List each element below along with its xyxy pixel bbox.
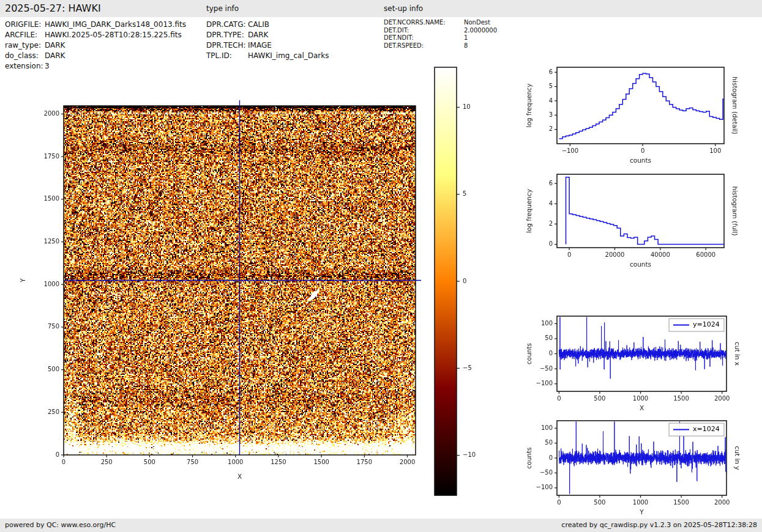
meta-value: 8 — [464, 42, 468, 50]
meta-value: IMAGE — [248, 40, 272, 51]
meta-label: ARCFILE: — [5, 30, 45, 40]
qc-report-page: 2025-05-27: HAWKI type info set-up info … — [0, 0, 762, 532]
meta-value: NonDest — [464, 19, 490, 27]
meta-row: raw_type:DARK — [5, 40, 186, 51]
meta-label: DET.DIT: — [384, 27, 464, 35]
meta-value: 3 — [45, 61, 50, 72]
header-bar — [0, 0, 762, 17]
meta-value: HAWKI_img_cal_Darks — [248, 51, 329, 61]
meta-value: HAWKI.2025-05-28T10:28:15.225.fits — [45, 30, 182, 40]
meta-row: do_class:DARK — [5, 51, 186, 61]
setup-info-block: DET.NCORRS.NAME:NonDest DET.DIT:2.000000… — [384, 19, 497, 50]
footer-created-by: created by qc_rawdisp.py v1.2.3 on 2025-… — [561, 521, 757, 529]
meta-row: DET.RSPEED:8 — [384, 42, 497, 50]
meta-label: DPR.TYPE: — [206, 30, 248, 40]
section-label-type-info: type info — [206, 4, 239, 13]
histogram-full-plot — [517, 164, 762, 280]
meta-row: DET.NDIT:1 — [384, 34, 497, 42]
meta-row: DPR.TYPE:DARK — [206, 30, 329, 40]
cut-in-y-plot — [517, 409, 762, 523]
histogram-detail-plot — [517, 58, 762, 171]
meta-label: extension: — [5, 61, 45, 72]
meta-row: ORIGFILE:HAWKI_IMG_DARK_Darks148_0013.fi… — [5, 20, 186, 30]
meta-value: HAWKI_IMG_DARK_Darks148_0013.fits — [45, 20, 186, 30]
meta-label: do_class: — [5, 51, 45, 61]
meta-row: DPR.CATG:CALIB — [206, 20, 329, 30]
meta-value: CALIB — [248, 20, 269, 30]
meta-value: DARK — [45, 40, 65, 51]
colorbar — [428, 61, 487, 504]
meta-row: ARCFILE:HAWKI.2025-05-28T10:28:15.225.fi… — [5, 30, 186, 40]
dark-frame-image-plot — [15, 83, 480, 498]
meta-label: DET.NDIT: — [384, 34, 464, 42]
meta-label: TPL.ID: — [206, 51, 248, 61]
meta-label: raw_type: — [5, 40, 45, 51]
footer-bar: powered by QC: www.eso.org/HC created by… — [0, 519, 762, 532]
meta-row: extension:3 — [5, 61, 186, 72]
meta-label: DPR.TECH: — [206, 40, 248, 51]
cut-in-x-plot — [517, 305, 762, 416]
section-label-setup-info: set-up info — [384, 4, 423, 13]
file-info-block: ORIGFILE:HAWKI_IMG_DARK_Darks148_0013.fi… — [5, 20, 186, 72]
meta-value: 2.0000000 — [464, 27, 497, 35]
meta-row: TPL.ID:HAWKI_img_cal_Darks — [206, 51, 329, 61]
meta-label: ORIGFILE: — [5, 20, 45, 30]
meta-value: DARK — [248, 30, 268, 40]
footer-powered-by: powered by QC: www.eso.org/HC — [5, 521, 116, 529]
meta-row: DET.DIT:2.0000000 — [384, 27, 497, 35]
meta-row: DET.NCORRS.NAME:NonDest — [384, 19, 497, 27]
meta-value: DARK — [45, 51, 65, 61]
meta-value: 1 — [464, 34, 468, 42]
meta-label: DET.NCORRS.NAME: — [384, 19, 464, 27]
type-info-block: DPR.CATG:CALIB DPR.TYPE:DARK DPR.TECH:IM… — [206, 20, 329, 61]
meta-row: DPR.TECH:IMAGE — [206, 40, 329, 51]
meta-label: DPR.CATG: — [206, 20, 248, 30]
page-title: 2025-05-27: HAWKI — [5, 2, 101, 14]
meta-label: DET.RSPEED: — [384, 42, 464, 50]
